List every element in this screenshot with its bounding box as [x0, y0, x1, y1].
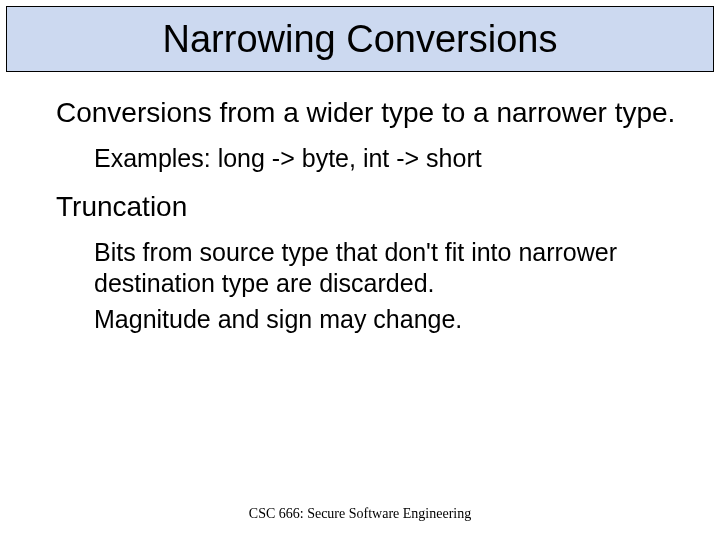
detail-text-2: Magnitude and sign may change. [94, 304, 676, 335]
title-bar: Narrowing Conversions [6, 6, 714, 72]
detail-text-1: Bits from source type that don't fit int… [94, 237, 676, 298]
footer-text: CSC 666: Secure Software Engineering [0, 506, 720, 522]
intro-text: Conversions from a wider type to a narro… [56, 96, 676, 129]
slide-content: Conversions from a wider type to a narro… [0, 72, 720, 335]
slide-title: Narrowing Conversions [163, 18, 558, 61]
examples-text: Examples: long -> byte, int -> short [94, 143, 676, 173]
subheading: Truncation [56, 191, 676, 223]
